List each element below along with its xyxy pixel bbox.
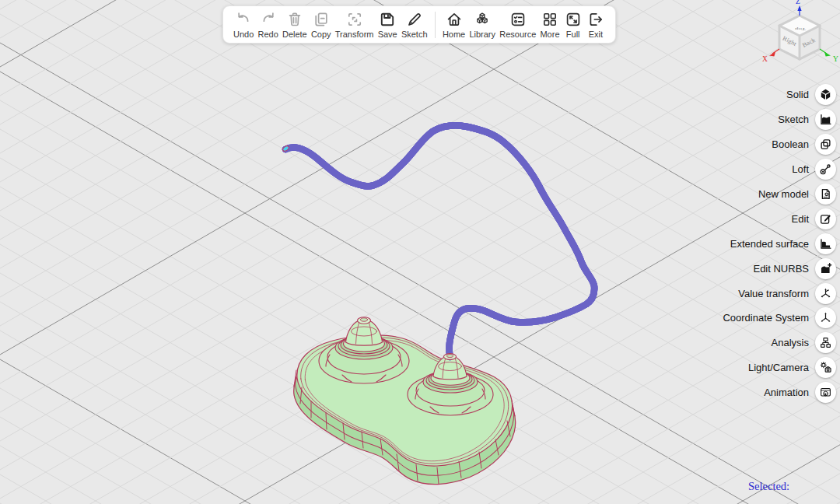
model-cable-sweep[interactable] [282,125,595,357]
analysis-icon [815,332,836,353]
home-button[interactable]: Home [443,10,465,39]
new-model-icon [815,184,836,205]
copy-button[interactable]: Copy [311,10,331,39]
sidebar-item-animation[interactable]: Animation [723,380,840,405]
exit-icon [586,10,605,29]
view-cube[interactable]: Top Right Back X Y Z [743,0,840,78]
value-transform-icon [815,283,836,304]
z-axis-arrow [797,5,801,11]
sidebar-item-new-model[interactable]: New model [723,182,840,207]
sidebar-item-edit-nurbs[interactable]: Edit NURBS [723,256,840,281]
loft-icon [815,159,836,180]
sketch-pencil-icon [405,10,424,29]
sketch-button[interactable]: Sketch [401,10,428,39]
library-button[interactable]: Library [469,10,495,39]
exit-button[interactable]: Exit [586,10,605,39]
delete-button[interactable]: Delete [282,10,307,39]
svg-text:X: X [762,55,768,63]
animation-icon [815,382,836,403]
edit-pencil-icon [815,208,836,229]
more-grid-icon [541,10,559,29]
x-axis-arrow [769,52,775,57]
redo-button[interactable]: Redo [257,10,278,39]
solid-cube-icon [815,84,836,105]
svg-text:Z: Z [796,0,800,5]
sidebar-item-value-transform[interactable]: Value transform [723,281,840,306]
svg-text:Top: Top [795,27,806,31]
model-joystick-left[interactable] [319,317,409,383]
sidebar-item-extended-surface[interactable]: Extended surface [723,231,840,256]
sidebar-item-sketch[interactable]: Sketch [723,107,840,132]
home-icon [445,10,464,29]
sidebar-item-boolean[interactable]: Boolean [723,132,840,157]
save-icon [378,10,397,29]
full-button[interactable]: Full [564,10,583,39]
boolean-icon [815,134,836,155]
undo-button[interactable]: Undo [233,10,254,39]
sidebar-item-loft[interactable]: Loft [723,157,840,182]
save-button[interactable]: Save [378,10,397,39]
coordinate-system-icon [815,307,836,328]
library-cubes-icon [473,10,492,29]
transform-icon [345,10,364,29]
status-selected: Selected: [748,480,789,493]
tool-sidebar: Solid Sketch Boolean Loft New model Edit… [723,82,840,405]
sidebar-item-light-camera[interactable]: Light/Camera [723,355,840,380]
edit-nurbs-icon [815,258,836,279]
extended-surface-icon [815,233,836,254]
redo-icon [259,10,278,29]
more-button[interactable]: More [540,10,559,39]
sidebar-item-solid[interactable]: Solid [723,82,840,107]
sidebar-item-coordinate-system[interactable]: Coordinate System [723,306,840,331]
sidebar-item-edit[interactable]: Edit [723,206,840,231]
y-axis-arrow [824,52,831,57]
top-toolbar: Undo Redo Delete Copy Transform Save Ske… [222,5,616,44]
sidebar-item-analysis[interactable]: Analysis [723,331,840,355]
app-window: Top Right Back X Y Z Undo Redo Delete [0,0,840,504]
copy-icon [312,10,331,29]
resource-button[interactable]: Resource [499,10,536,39]
svg-text:Y: Y [833,55,838,63]
resource-checklist-icon [509,10,527,29]
model-joystick-right-tip[interactable] [444,354,457,360]
light-camera-icon [815,357,836,378]
undo-icon [234,10,253,29]
sketch-surface-icon [815,109,836,130]
viewport-3d[interactable] [0,0,840,504]
toolbar-divider [435,12,436,38]
transform-button[interactable]: Transform [335,10,374,39]
trash-icon [285,10,304,29]
fullscreen-icon [564,10,583,29]
